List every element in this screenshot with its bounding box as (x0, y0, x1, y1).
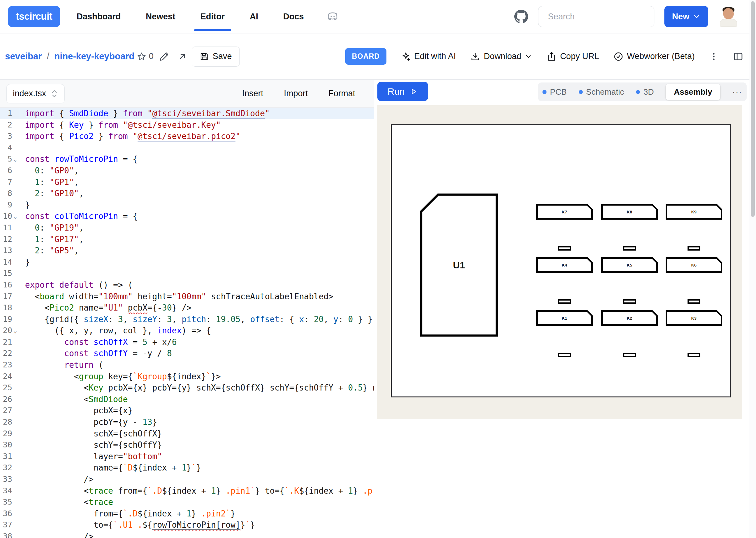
code-token: 1 (182, 463, 187, 472)
code-token: }> (211, 372, 221, 381)
code-token: schX={schOffX} (25, 429, 162, 438)
nav-item-docs[interactable]: Docs (283, 0, 304, 33)
chevron-down-icon (525, 53, 532, 60)
project-toolbar: seveibar / nine-key-keyboard 0 Save BOAR… (0, 33, 756, 80)
line-number: 34 (0, 485, 20, 497)
code-token: 2 (35, 246, 40, 255)
code-token: `Kgroup (133, 372, 167, 381)
nav-item-dashboard[interactable]: Dashboard (77, 0, 121, 33)
code-token: ${index + (299, 486, 348, 496)
run-button[interactable]: Run (378, 82, 428, 101)
new-button[interactable]: New (665, 6, 708, 27)
code-token (25, 178, 35, 187)
code-token: } (187, 463, 192, 472)
copy-url-button[interactable]: Copy URL (547, 52, 599, 62)
board-badge[interactable]: BOARD (345, 48, 386, 65)
fold-chevron-icon[interactable]: ⌄ (14, 325, 19, 337)
insert-button[interactable]: Insert (242, 89, 263, 98)
code-line: 24 <group key={`Kgroup${index}`}> (0, 371, 374, 382)
webworker-button[interactable]: Webworker (Beta) (613, 52, 695, 62)
github-icon[interactable] (514, 10, 528, 24)
key-label: K8 (601, 204, 658, 220)
tabs-more-button[interactable]: ··· (732, 87, 742, 97)
nav-item-editor[interactable]: Editor (201, 0, 225, 33)
code-token (143, 109, 147, 118)
search-input[interactable] (538, 6, 654, 27)
code-line: 36 from={`.D${index + 1} .pin2`} (0, 508, 374, 519)
breadcrumb-owner-link[interactable]: seveibar (5, 51, 42, 62)
code-token: } (250, 520, 255, 530)
download-icon (470, 52, 480, 62)
code-token: Key (69, 120, 84, 130)
tab-pcb[interactable]: PCB (543, 87, 566, 97)
code-line-text: 0: "GP0", (20, 165, 374, 177)
scrollbar-thumb[interactable] (751, 1, 755, 217)
nav-item-ai[interactable]: AI (250, 0, 258, 33)
user-avatar[interactable] (718, 6, 739, 27)
code-token: {grid({ (25, 315, 84, 324)
play-icon (409, 87, 418, 96)
rename-button[interactable] (159, 52, 169, 62)
code-line-text: pcbY={y - 13} (20, 416, 374, 428)
open-in-new-button[interactable] (177, 52, 187, 62)
code-token: /> (25, 475, 93, 484)
more-options-button[interactable] (709, 52, 719, 61)
code-token: x (299, 315, 304, 324)
key-k6: K6 (666, 257, 722, 273)
code-line-text: ({ x, y, row, col }, index) => { (20, 325, 374, 337)
main-split: index.tsx InsertImportFormat 1import { S… (0, 80, 756, 538)
code-token: const (64, 338, 88, 347)
assembly-canvas[interactable]: U1 K7K8K9K4K5K6K1K2K3 (391, 124, 731, 398)
format-button[interactable]: Format (328, 89, 355, 98)
line-number: 12 (0, 234, 20, 245)
code-token: ( (93, 360, 103, 370)
tab-schematic[interactable]: Schematic (579, 87, 624, 97)
discord-icon[interactable] (326, 10, 339, 23)
kebab-menu-icon (709, 52, 719, 61)
code-token: "GP0" (49, 166, 74, 175)
code-token: const (25, 154, 49, 164)
code-textarea[interactable]: 1import { SmdDiode } from "@tsci/seveiba… (0, 108, 374, 538)
line-number-value: 18 (3, 302, 12, 314)
code-line-text: export default () => ( (20, 279, 374, 291)
code-line-text: const rowToMicroPin = { (20, 153, 374, 165)
component-u1: U1 (420, 193, 498, 337)
save-button[interactable]: Save (192, 47, 240, 67)
file-select[interactable]: index.tsx (6, 84, 65, 103)
tscircuit-logo[interactable]: tscircuit (8, 6, 60, 27)
code-token: 1 (187, 509, 192, 518)
code-line: 32 name={`D${index + 1}`} (0, 462, 374, 474)
line-number: 4 (0, 142, 20, 154)
breadcrumb-project-link[interactable]: nine-key-keyboard (54, 51, 135, 62)
chevron-down-icon (693, 13, 701, 21)
line-number-value: 36 (3, 508, 12, 519)
tab-3d[interactable]: 3D (636, 87, 654, 97)
code-token: = { (118, 154, 138, 164)
code-token: 8 (167, 349, 172, 358)
download-button[interactable]: Download (470, 52, 532, 62)
fold-chevron-icon[interactable]: ⌄ (14, 153, 19, 165)
star-button[interactable]: 0 (137, 52, 153, 61)
nav-item-newest[interactable]: Newest (146, 0, 175, 33)
save-icon (200, 52, 209, 61)
code-token: : (40, 178, 49, 187)
breadcrumb: seveibar / nine-key-keyboard (5, 51, 135, 62)
code-line-text: 0: "GP19", (20, 222, 374, 234)
code-token: "GP10" (49, 189, 79, 198)
code-token: } (191, 509, 201, 518)
editor-toolbar: index.tsx InsertImportFormat (0, 80, 374, 108)
code-line-text: import { Pico2 } from "@tsci/seveibar.pi… (20, 131, 374, 142)
line-number-value: 27 (3, 405, 12, 416)
fold-chevron-icon[interactable]: ⌄ (14, 211, 19, 222)
import-button[interactable]: Import (284, 89, 308, 98)
line-number-value: 4 (8, 142, 12, 154)
nav-item-label: Dashboard (77, 12, 121, 22)
nav-right-cluster: New (514, 6, 739, 27)
code-token (128, 132, 133, 141)
line-number-value: 8 (8, 188, 12, 199)
tab-assembly[interactable]: Assembly (666, 84, 720, 100)
code-line: 30 schY={schOffY} (0, 439, 374, 451)
edit-with-ai-button[interactable]: Edit with AI (401, 52, 456, 62)
code-line-text: /> (20, 531, 374, 538)
toggle-panel-button[interactable] (733, 51, 743, 62)
